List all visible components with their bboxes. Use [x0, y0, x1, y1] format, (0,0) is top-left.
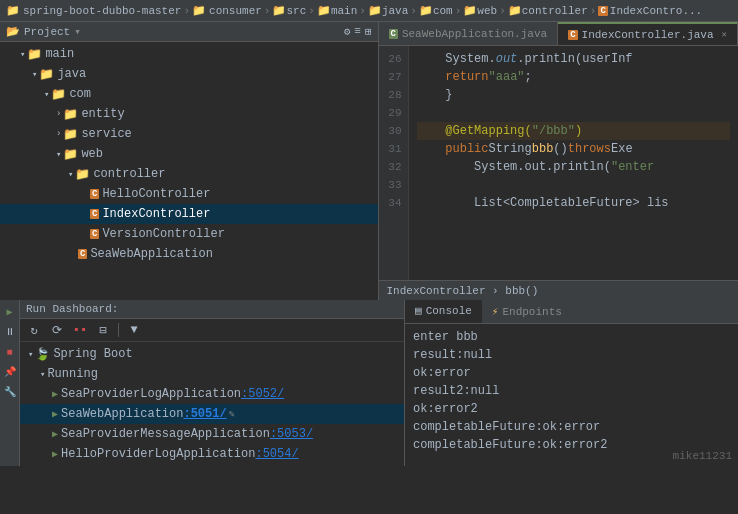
collapse-icon[interactable]: ≡: [354, 25, 361, 38]
run-label-sea-provider: SeaProviderLogApplication: [61, 387, 241, 401]
console-output: enter bbb result:null ok:error result2:n…: [405, 324, 738, 466]
project-icon: 📂: [6, 25, 20, 38]
toolbar-separator: [118, 323, 119, 337]
tree-item-web[interactable]: ▾ 📁 web: [0, 144, 378, 164]
tab-console[interactable]: ▤ Console: [405, 300, 482, 323]
run-sidebar-icon2[interactable]: ⏸: [2, 324, 18, 340]
chevron-down-icon: ▾: [74, 25, 81, 38]
tree-item-com[interactable]: ▾ 📁 com: [0, 84, 378, 104]
collapse-all-button[interactable]: ⊟: [93, 321, 113, 339]
console-tab-label: Console: [426, 305, 472, 317]
tab-index-controller[interactable]: C IndexController.java ✕: [558, 22, 738, 45]
tree-item-version-controller[interactable]: C VersionController: [0, 224, 378, 244]
tab-sea-web[interactable]: C SeaWebApplication.java: [379, 22, 559, 45]
tree-label-java: java: [57, 67, 86, 81]
code-area: 26 27 28 29 30 31 32 33 34 System.out.pr…: [379, 46, 739, 280]
tree-item-hello-controller[interactable]: C HelloController: [0, 184, 378, 204]
tree-label-index-controller: IndexController: [102, 207, 210, 221]
folder-icon: 📁: [63, 127, 78, 142]
code-nav: IndexController › bbb(): [379, 280, 739, 300]
editor-tabs: C SeaWebApplication.java C IndexControll…: [379, 22, 739, 46]
sync-button[interactable]: ↻: [24, 321, 44, 339]
breadcrumb-sep: ›: [183, 5, 190, 17]
java-file-icon: C: [90, 229, 99, 239]
run-item-sea-provider[interactable]: ▶ SeaProviderLogApplication :5052/: [20, 384, 404, 404]
console-line-3: ok:error: [413, 364, 730, 382]
close-tab-icon[interactable]: ✕: [722, 29, 727, 40]
arrow-icon: ▾: [44, 89, 49, 100]
project-panel-header: 📂 Project ▾ ⚙ ≡ ⊞: [0, 22, 378, 42]
run-dashboard-title: Run Dashboard:: [26, 303, 118, 315]
run-left-sidebar: ▶ ⏸ ■ 📌 🔧: [0, 300, 20, 466]
tree-item-java[interactable]: ▾ 📁 java: [0, 64, 378, 84]
run-label-hello-provider: HelloProviderLogApplication: [61, 447, 255, 461]
stop-button[interactable]: ▪▪: [70, 321, 90, 339]
run-dashboard-header: Run Dashboard:: [20, 300, 404, 319]
run-port-sea-msg[interactable]: :5053/: [270, 427, 313, 441]
tree-item-sea-web-app[interactable]: C SeaWebApplication: [0, 244, 378, 264]
run-item-sea-web[interactable]: ▶ SeaWebApplication :5051/ ✎ ➜: [20, 404, 404, 424]
folder-icon: 📁: [51, 87, 66, 102]
breadcrumb-folder-icon2: 📁: [192, 4, 206, 17]
endpoints-tab-label: Endpoints: [502, 306, 561, 318]
tree-item-service[interactable]: › 📁 service: [0, 124, 378, 144]
console-line-1: enter bbb: [413, 328, 730, 346]
run-panel: Run Dashboard: ↻ ⟳ ▪▪ ⊟ ▼ ▾ 🍃 Spring Boo…: [20, 300, 405, 466]
arrow-icon: ▾: [32, 69, 37, 80]
run-label-sea-msg: SeaProviderMessageApplication: [61, 427, 270, 441]
tree-item-entity[interactable]: › 📁 entity: [0, 104, 378, 124]
arrow-icon: ▾: [56, 149, 61, 160]
java-file-icon: C: [78, 249, 87, 259]
arrow-icon: ▾: [28, 349, 33, 360]
tree-label-controller: controller: [93, 167, 165, 181]
settings-icon[interactable]: ⚙: [344, 25, 351, 38]
run-item-spring-boot[interactable]: ▾ 🍃 Spring Boot: [20, 344, 404, 364]
folder-icon: 📁: [75, 167, 90, 182]
project-panel: 📂 Project ▾ ⚙ ≡ ⊞ ▾ 📁 main ▾ 📁: [0, 22, 379, 300]
main-area: 📂 Project ▾ ⚙ ≡ ⊞ ▾ 📁 main ▾ 📁: [0, 22, 738, 300]
code-line-28: }: [417, 86, 731, 104]
edit-icon: ✎: [229, 408, 235, 420]
java-file-icon: C: [90, 209, 99, 219]
java-tab-icon: C: [389, 29, 398, 39]
run-sidebar-icon1[interactable]: ▶: [2, 304, 18, 320]
java-tab-icon-active: C: [568, 30, 577, 40]
tab-endpoints[interactable]: ⚡ Endpoints: [482, 300, 572, 323]
run-sidebar-icon5[interactable]: 🔧: [2, 384, 18, 400]
code-line-26: System.out.println(userInf: [417, 50, 731, 68]
arrow-icon: ›: [56, 129, 61, 139]
tree-item-controller[interactable]: ▾ 📁 controller: [0, 164, 378, 184]
expand-icon[interactable]: ⊞: [365, 25, 372, 38]
arrow-icon: ▾: [20, 49, 25, 60]
run-port-hello-provider[interactable]: :5054/: [255, 447, 298, 461]
run-item-running[interactable]: ▾ Running: [20, 364, 404, 384]
run-sidebar-icon3[interactable]: ■: [2, 344, 18, 360]
arrow-icon: ›: [56, 109, 61, 119]
tree-item-index-controller[interactable]: C IndexController: [0, 204, 378, 224]
tree-label-com: com: [69, 87, 91, 101]
filter-button[interactable]: ▼: [124, 321, 144, 339]
folder-icon: 📁: [63, 147, 78, 162]
console-line-6: completableFuture:ok:error: [413, 418, 730, 436]
arrow-icon: ▾: [40, 369, 45, 380]
tree-item-main[interactable]: ▾ 📁 main: [0, 44, 378, 64]
rerun-button[interactable]: ⟳: [47, 321, 67, 339]
run-port-sea-web[interactable]: :5051/: [183, 407, 226, 421]
code-line-29: [417, 104, 731, 122]
watermark: mike11231: [673, 450, 732, 462]
run-port-sea-provider[interactable]: :5052/: [241, 387, 284, 401]
console-tabs: ▤ Console ⚡ Endpoints: [405, 300, 738, 324]
line-numbers: 26 27 28 29 30 31 32 33 34: [379, 46, 409, 280]
play-icon: ▶: [52, 388, 58, 400]
tree-label-version-controller: VersionController: [102, 227, 224, 241]
code-content[interactable]: System.out.println(userInf return "aaa";…: [409, 46, 739, 280]
folder-icon: 📁: [27, 47, 42, 62]
code-line-34: List<CompletableFuture> lis: [417, 194, 731, 212]
run-item-sea-msg[interactable]: ▶ SeaProviderMessageApplication :5053/: [20, 424, 404, 444]
code-line-32: System.out.println("enter: [417, 158, 731, 176]
run-sidebar-icon4[interactable]: 📌: [2, 364, 18, 380]
bottom-area: ▶ ⏸ ■ 📌 🔧 Run Dashboard: ↻ ⟳ ▪▪ ⊟ ▼ ▾ 🍃 …: [0, 300, 738, 466]
breadcrumb: 📁 spring-boot-dubbo-master › 📁 consumer …: [0, 0, 738, 22]
run-item-hello-provider[interactable]: ▶ HelloProviderLogApplication :5054/: [20, 444, 404, 464]
folder-icon: 📁: [63, 107, 78, 122]
